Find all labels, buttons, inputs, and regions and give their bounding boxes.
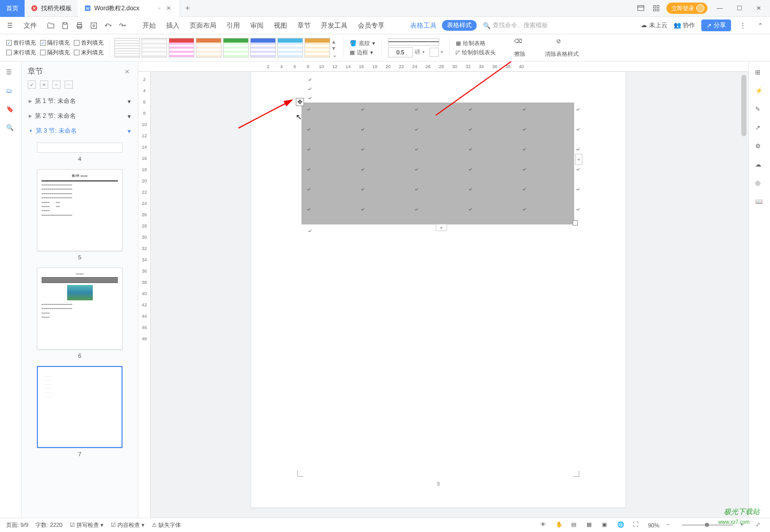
tab-home[interactable]: 首页 (0, 0, 25, 17)
cp-tool-4[interactable]: ⋯ (65, 80, 73, 89)
sb-web-icon[interactable]: 🌐 (617, 521, 625, 529)
table-resize-handle[interactable] (573, 220, 578, 226)
style-thumb-3[interactable] (169, 38, 194, 57)
rs-icon-6[interactable]: ☁ (755, 161, 764, 170)
rs-icon-3[interactable]: ✎ (755, 106, 764, 115)
open-icon[interactable] (45, 20, 56, 31)
menu-vip[interactable]: 会员专享 (353, 21, 390, 30)
search-box[interactable]: 🔍 查找命令、搜索模板 (483, 21, 548, 30)
rs-icon-8[interactable]: 📖 (755, 198, 764, 207)
print-icon[interactable] (74, 20, 85, 31)
vertical-ruler[interactable]: 2468101214161820222426283032343638404244… (138, 72, 151, 518)
gallery-up-icon[interactable]: ▴ (332, 38, 338, 44)
sb-view2-icon[interactable]: ▦ (586, 521, 595, 529)
menu-review[interactable]: 审阅 (245, 21, 269, 30)
outline-icon[interactable]: ☰ (6, 69, 15, 78)
thumbnail-5[interactable]: 第1节-xxxx ━━━━━━━━━━━━━━━━━━━━━━━━━━━━━━━… (37, 169, 123, 251)
shading-button[interactable]: 🪣底纹 ▾ (350, 39, 375, 47)
clear-style-button[interactable]: ⊘ 清除表格样式 (544, 38, 580, 58)
cp-tool-2[interactable]: + (40, 80, 48, 89)
save-icon[interactable] (59, 20, 71, 31)
menu-icon[interactable]: ☰ (4, 20, 15, 31)
first-row-fill-checkbox[interactable]: ✓首行填充 (6, 39, 36, 47)
style-thumb-5[interactable] (223, 38, 249, 57)
collab-button[interactable]: 👥 协作 (674, 21, 695, 30)
draw-table-button[interactable]: ▦绘制表格 (456, 39, 496, 47)
rs-icon-1[interactable]: ⊞ (755, 69, 764, 78)
thumbnail-6[interactable]: xxxxxx ━━━━━━━━━━━━━━━━━━━━━━━━━━━━━━━━━… (37, 268, 123, 350)
rs-icon-4[interactable]: ↗ (755, 124, 764, 133)
chapter-icon[interactable]: 🗂 (6, 87, 15, 96)
sb-words[interactable]: 字数: 2220 (35, 521, 63, 529)
horizontal-ruler[interactable]: 246810121416182022242628303234363840 (138, 62, 748, 72)
thumbnail-4-part[interactable] (37, 142, 123, 153)
style-thumb-4[interactable] (196, 38, 221, 57)
sb-fullscreen-icon[interactable]: ⛶ (633, 521, 641, 529)
menu-page-layout[interactable]: 页面布局 (185, 21, 221, 30)
sb-view1-icon[interactable]: ▤ (571, 521, 579, 529)
section-1-item[interactable]: ▶第 1 节: 未命名▾ (22, 94, 138, 109)
cp-tool-1[interactable]: ✓ (28, 80, 36, 89)
more-icon[interactable]: ⋮ (737, 20, 748, 31)
undo-icon[interactable]: ↶▾ (103, 20, 114, 31)
style-thumb-6[interactable] (250, 38, 276, 57)
menu-start[interactable]: 开始 (137, 21, 161, 30)
sb-hand-icon[interactable]: ✋ (556, 521, 564, 529)
selected-table[interactable] (301, 103, 574, 224)
tab-menu-icon[interactable]: ▫ (156, 5, 163, 12)
page[interactable]: ⤶ ⤶ ⤶ {"rows":6,"cols":6,"top0":68,"left… (251, 72, 625, 507)
border-color-selector[interactable] (430, 48, 439, 57)
tab-template[interactable]: 找稻壳模板 (25, 0, 78, 17)
sb-eye-icon[interactable]: 👁 (540, 521, 549, 529)
reading-mode-icon[interactable] (636, 3, 646, 13)
first-col-fill-checkbox[interactable]: 首列填充 (74, 39, 104, 47)
menu-view[interactable]: 视图 (269, 21, 292, 30)
menu-table-style[interactable]: 表格样式 (442, 20, 477, 31)
last-col-fill-checkbox[interactable]: 末列填充 (74, 49, 104, 56)
sb-view3-icon[interactable]: ▣ (602, 521, 610, 529)
style-thumb-7[interactable] (277, 38, 303, 57)
add-col-button[interactable]: + (575, 154, 582, 165)
menu-reference[interactable]: 引用 (221, 21, 245, 30)
login-button[interactable]: 立即登录 (666, 3, 707, 14)
bookmark-icon[interactable]: 🔖 (6, 106, 15, 115)
close-button[interactable]: ✕ (752, 1, 766, 15)
maximize-button[interactable]: ☐ (732, 1, 746, 15)
tab-close-icon[interactable]: ✕ (166, 5, 173, 12)
apps-icon[interactable] (651, 3, 661, 13)
zoom-value[interactable]: 90% (648, 522, 659, 528)
sb-expand-icon[interactable]: ⤢ (756, 521, 764, 529)
menu-table-tools[interactable]: 表格工具 (405, 21, 442, 30)
collapse-ribbon-icon[interactable]: ⌃ (755, 20, 766, 31)
gallery-more-icon[interactable]: ⌄ (332, 51, 338, 57)
rs-icon-5[interactable]: ⚙ (755, 142, 764, 152)
vertical-scrollbar[interactable] (741, 75, 746, 136)
alt-row-fill-checkbox[interactable]: ✓隔行填充 (40, 39, 70, 47)
cp-tool-3[interactable]: − (52, 80, 60, 89)
cloud-status[interactable]: ☁ 未上云 (641, 21, 667, 30)
chapter-panel-close[interactable]: ✕ (125, 68, 132, 75)
menu-dev-tools[interactable]: 开发工具 (316, 21, 353, 30)
thumbnail-7[interactable]: · · · · ·· · · · ·· · · · ·· · · · ·· · … (37, 366, 123, 448)
gallery-down-icon[interactable]: ▾ (332, 45, 338, 51)
border-style-selector[interactable] (388, 38, 439, 46)
sb-spell[interactable]: ☑ 拼写检查 ▾ (70, 521, 104, 529)
border-button[interactable]: ▦边框 ▾ (350, 49, 375, 56)
sb-content[interactable]: ☑ 内容检查 ▾ (111, 521, 145, 529)
section-2-item[interactable]: ▶第 2 节: 未命名▾ (22, 109, 138, 124)
file-menu[interactable]: 文件 (18, 21, 42, 30)
menu-insert[interactable]: 插入 (161, 21, 185, 30)
last-row-fill-checkbox[interactable]: 末行填充 (6, 49, 36, 56)
rs-icon-2[interactable]: ⚡ (755, 87, 764, 96)
alt-col-fill-checkbox[interactable]: 隔列填充 (40, 49, 70, 56)
border-width-input[interactable] (388, 47, 413, 57)
draw-diagonal-button[interactable]: ◸绘制斜线表头 (456, 49, 496, 56)
share-button[interactable]: ↗ 分享 (701, 19, 731, 31)
style-thumb-1[interactable] (114, 38, 140, 57)
style-thumb-8[interactable] (305, 38, 330, 57)
tab-add-button[interactable]: + (180, 4, 195, 13)
rs-icon-7[interactable]: ◎ (755, 179, 764, 189)
eraser-button[interactable]: ⌫ 擦除 (502, 38, 538, 58)
sb-page[interactable]: 页面: 9/9 (6, 521, 28, 529)
minimize-button[interactable]: — (713, 1, 727, 15)
